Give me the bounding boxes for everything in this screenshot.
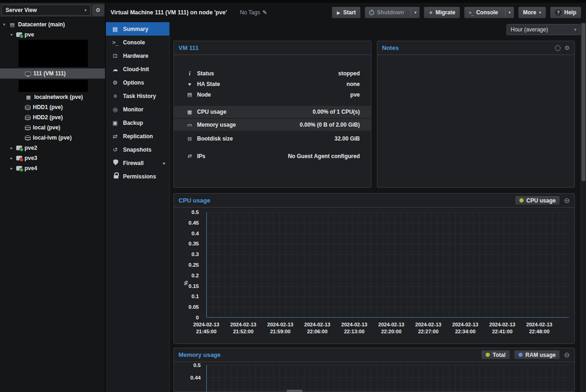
tree-item-label: HDD1 (pve): [33, 104, 63, 110]
tree-item-node-pve[interactable]: ▾ pve: [0, 30, 105, 40]
collapse-panel-icon[interactable]: ⊖: [564, 351, 570, 359]
vertical-scrollbar[interactable]: [580, 22, 586, 392]
network-icon: ▦: [25, 94, 32, 100]
start-button-label: Start: [343, 9, 356, 16]
tab-monitor[interactable]: ◎ Monitor: [106, 103, 169, 116]
tab-task-history[interactable]: ≡ Task History: [106, 89, 169, 103]
vm-toolbar: Virtual Machine 111 (VM 111) on node 'pv…: [106, 3, 586, 22]
help-button[interactable]: ? Help: [550, 6, 581, 18]
legend-total[interactable]: Total: [481, 350, 510, 360]
menu-item-label: Replication: [123, 133, 153, 140]
time-range-value: Hour (average): [511, 26, 548, 33]
tree-item-label: localnetwork (pve): [34, 94, 83, 100]
y-tick: 0.5: [174, 362, 201, 368]
eye-icon: ◎: [111, 106, 119, 113]
y-axis-ticks: 0.50.45 0.40.35 0.30.25 0.20.15 0.10.05 …: [174, 209, 203, 320]
console-split-button[interactable]: >_ Console ▾: [464, 6, 514, 18]
node-online-icon: [16, 166, 22, 171]
menu-item-label: Backup: [123, 120, 143, 126]
tab-replication[interactable]: ⇄ Replication: [106, 129, 169, 143]
legend-dot-icon: [519, 198, 524, 202]
tree-item-node-pve2[interactable]: ▸ pve2: [0, 143, 105, 153]
shutdown-split-button[interactable]: Shutdown ▾: [364, 6, 420, 18]
shield-icon: [113, 159, 118, 165]
tab-options[interactable]: ⚙ Options: [106, 76, 169, 89]
more-button[interactable]: More ▾: [518, 6, 546, 18]
tags-label: No Tags: [240, 9, 260, 16]
tree-item-label: 111 (VM 111): [33, 70, 66, 77]
chevron-down-icon[interactable]: ▾: [9, 32, 14, 37]
gear-icon[interactable]: ⚙: [564, 44, 570, 51]
view-selector[interactable]: Server View ▾: [1, 5, 91, 16]
power-icon: [369, 10, 374, 15]
legend-ram-usage[interactable]: RAM usage: [514, 350, 560, 360]
vertical-scrollbar-thumb[interactable]: [581, 23, 586, 181]
tree-item-label: HDD2 (pve): [33, 114, 63, 121]
page-title: Virtual Machine 111 (VM 111) on node 'pv…: [111, 9, 227, 16]
cpu-chart-plot-area[interactable]: [206, 212, 569, 318]
time-range-row: Hour (average) ▾: [170, 22, 580, 35]
console-dropdown-button[interactable]: ▾: [505, 7, 514, 18]
chevron-right-icon[interactable]: ▸: [9, 146, 14, 150]
tree-item-node-pve3[interactable]: ▸ pve3: [0, 153, 105, 163]
tree-item-label: local-lvm (pve): [33, 135, 72, 141]
time-range-select[interactable]: Hour (average) ▾: [506, 24, 580, 35]
panel-title: Memory usage: [179, 351, 221, 358]
tree-item-storage-hdd1[interactable]: HDD1 (pve): [0, 102, 105, 112]
tree-item-label: local (pve): [33, 124, 60, 131]
tree-item-node-pve4[interactable]: ▸ pve4: [0, 163, 105, 173]
menu-item-label: Firewall: [123, 160, 144, 166]
redacted-region: [19, 80, 88, 92]
tree-item-storage-local-lvm[interactable]: local-lvm (pve): [0, 133, 105, 143]
floppy-icon: ▣: [111, 120, 119, 126]
legend-cpu-usage[interactable]: CPU usage: [515, 196, 560, 205]
tree-item-storage-local[interactable]: local (pve): [0, 122, 105, 133]
network-arrows-icon: ⇄: [186, 153, 193, 159]
node-offline-icon: [16, 156, 22, 160]
hdd-icon: ⊟: [186, 136, 193, 142]
tree-item-vm-111[interactable]: 111 (VM 111): [0, 68, 105, 79]
status-row: i Status stopped: [174, 68, 371, 79]
tab-firewall[interactable]: Firewall ▸: [106, 156, 169, 170]
panel-title: CPU usage: [179, 197, 210, 204]
tab-summary[interactable]: ▤ Summary: [106, 22, 169, 36]
migrate-button[interactable]: ✈ Migrate: [424, 6, 460, 18]
tree-item-label: pve3: [25, 155, 37, 161]
horizontal-scrollbar-thumb[interactable]: [287, 390, 302, 392]
tab-permissions[interactable]: Permissions: [106, 170, 169, 183]
node-online-icon: [16, 32, 22, 37]
tree-item-datacenter[interactable]: ▾ ▤ Datacenter (main): [0, 19, 105, 30]
tab-hardware[interactable]: ⊡ Hardware: [106, 49, 169, 62]
collapse-panel-icon[interactable]: ⊖: [564, 196, 570, 205]
tree-settings-button[interactable]: ⚙: [93, 5, 104, 16]
history-icon: ↺: [111, 147, 119, 153]
shutdown-dropdown-button[interactable]: ▾: [411, 7, 419, 18]
tab-console[interactable]: >_ Console: [106, 36, 169, 49]
resource-tree: ▾ ▤ Datacenter (main) ▾ pve 111 (VM 111)…: [0, 18, 105, 173]
console-button-label: Console: [476, 9, 498, 16]
start-button[interactable]: ▶ Start: [332, 6, 361, 18]
chevron-down-icon[interactable]: ▾: [2, 22, 6, 27]
heart-icon: ♥: [186, 81, 193, 87]
chevron-right-icon[interactable]: ▸: [9, 166, 14, 171]
clock-icon[interactable]: [555, 45, 561, 51]
status-label: Status: [197, 70, 214, 77]
cpu-usage-chart-panel: CPU usage CPU usage ⊖ % 0.50.45 0.40.35 …: [173, 193, 575, 344]
tab-snapshots[interactable]: ↺ Snapshots: [106, 143, 169, 156]
memory-chart-plot-area[interactable]: [206, 365, 569, 392]
tab-cloud-init[interactable]: ☁ Cloud-Init: [106, 62, 169, 76]
tab-backup[interactable]: ▣ Backup: [106, 116, 169, 129]
vm-status-panel: VM 111 i Status stopped ♥ HA State none …: [173, 41, 371, 188]
datacenter-icon: ▤: [9, 22, 16, 28]
gear-icon: ⚙: [96, 7, 101, 13]
menu-item-label: Summary: [123, 26, 148, 32]
tree-header: Server View ▾ ⚙: [0, 3, 105, 18]
tags-control[interactable]: No Tags ✎: [240, 9, 267, 16]
memory-chart: 0.5 0.44: [174, 362, 574, 392]
legend-label: Total: [493, 352, 506, 358]
gear-icon: ⚙: [111, 80, 119, 86]
menu-item-label: Task History: [123, 93, 156, 99]
chevron-right-icon[interactable]: ▸: [9, 156, 14, 160]
tree-item-storage-hdd2[interactable]: HDD2 (pve): [0, 112, 105, 122]
tree-item-localnetwork[interactable]: ▦ localnetwork (pve): [0, 92, 105, 102]
